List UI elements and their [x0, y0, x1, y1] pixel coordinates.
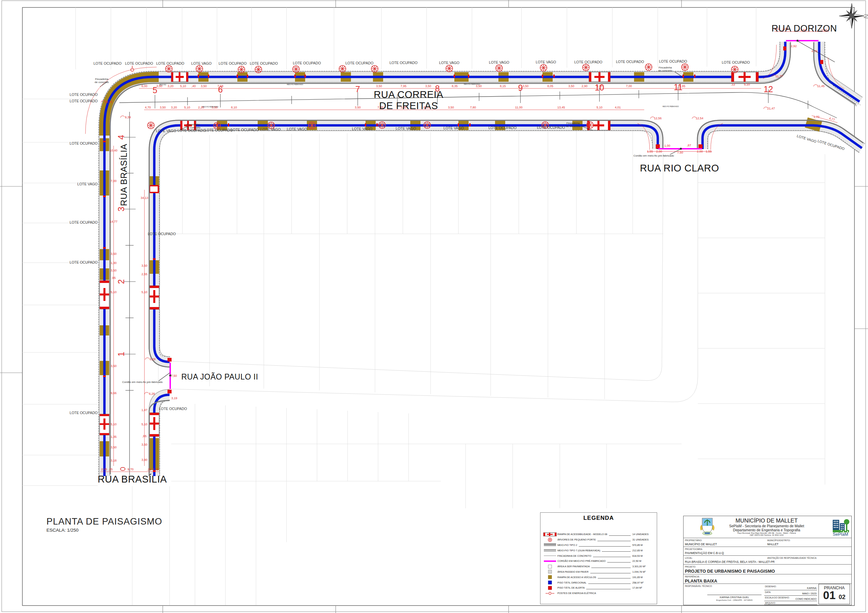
station-number: 9 — [518, 83, 523, 93]
tree-icon — [446, 65, 453, 72]
dimension-label: 3,50 — [568, 84, 574, 88]
legend-item-label: RAMPA DE ACESSO A VEÍCULOS — [557, 576, 596, 579]
dimension-label: 6,00 — [141, 84, 147, 88]
dimension-label: 3,19 — [171, 396, 177, 400]
annotation: de concreto — [186, 126, 200, 129]
radius-label: 12,54 — [696, 116, 704, 120]
dimension-label: 5,10 — [110, 290, 117, 294]
legend-leader-line — [602, 549, 631, 552]
dimension-label: 1,70 — [814, 115, 820, 119]
legend-leader-line — [609, 533, 631, 536]
legend-item-value: 3.301,00 M² — [632, 565, 654, 568]
station-number: 1 — [116, 352, 126, 356]
lot-label: LOTE OCUPADO — [293, 61, 321, 65]
dimension-label: 13,45 — [557, 106, 565, 109]
dimension-label: 3,20 — [171, 106, 177, 109]
lot-label: LOTE OCUPADO — [70, 99, 98, 103]
micro-label: MEIO-FIO REBAIXADO — [464, 84, 480, 85]
dimension-label: ,12 — [731, 83, 735, 86]
lot-label: LOTE VAGO — [77, 182, 98, 186]
dimension-label: 5,10 — [110, 423, 117, 426]
cordao-icon — [542, 560, 557, 562]
micro-label: MEIO-FIO REBAIXADO — [662, 106, 679, 107]
dimension-label: 5,10 — [744, 83, 750, 86]
legend-box: LEGENDA RAMPA DE ACESSIBILIDADE - MODELO… — [540, 512, 657, 604]
street-name: RUA DORIZON — [771, 23, 837, 34]
tree-icon — [540, 64, 547, 71]
lot-label: LOTE OCUPADO — [219, 61, 247, 65]
dimension-label: 2,90 — [581, 84, 587, 88]
field-municipio-label: MUNICÍPIO/DISTRITO: — [767, 539, 790, 542]
tree-icon — [645, 64, 652, 70]
road-centerlines — [119, 93, 837, 475]
lot-label: LOTE VAGO — [489, 60, 509, 64]
lot-label: LOTE OCUPADO — [70, 220, 98, 224]
lot-label: LOTE VAGO — [797, 134, 817, 144]
dimension-label: 1,35 — [110, 435, 117, 438]
dimension-label: 3,20 — [167, 84, 174, 88]
legend-item-label: PISO TÁTIL DIRECIONAL — [557, 581, 587, 584]
lot-label: LOTE OCUPADO — [70, 411, 98, 415]
annotation: Cordão em meio-fio pré-fabricado — [122, 381, 163, 384]
dimension-label: 1,47 — [141, 408, 147, 412]
lot-label: LOTE OCUPADO — [156, 61, 184, 65]
north-label: N — [862, 14, 868, 19]
field-arquivo-label: ARQUIVO: — [765, 602, 776, 604]
radius-arc-glyph — [120, 116, 124, 118]
lot-label: LOTE OCUPADO — [390, 60, 418, 65]
dimension-label: 3,50 — [110, 364, 117, 368]
annotation: Cordão em meio-fio pré-fabricado — [633, 154, 674, 157]
lot-label: LOTE VAGO — [396, 126, 416, 130]
field-projeto-obra-label: PROJETO/OBRA: — [685, 548, 703, 550]
cordao-leader-dots — [169, 40, 798, 376]
dimension-label: 3,50 — [425, 84, 431, 88]
field-desenho-value: KARINA — [765, 587, 817, 590]
legend-item-value: 14 UNIDADES — [632, 533, 654, 536]
responsavel-name: KARINA CRISTINA GUEL — [707, 596, 761, 599]
legend-leader-line — [607, 560, 631, 562]
field-proprietario-label: PROPRIETÁRIO: — [685, 539, 702, 542]
plan-title-block: PLANTA DE PAISAGISMO ESCALA: 1/250 — [46, 516, 163, 533]
radius-label: 18,78 — [105, 100, 113, 104]
legend-item-value: 22,50 M — [632, 559, 654, 562]
responsavel-credential: Engenheira Civil - CREA/PR - 167186/D — [707, 599, 761, 601]
org-addr2: CEP: 84570-000 Telefone: 42 3542 1204 — [718, 534, 816, 536]
north-compass-icon: N — [839, 3, 868, 28]
dimension-label: 2,05 — [101, 467, 107, 471]
dimension-label: ,65 — [143, 434, 147, 438]
dimension-label: 3,18 — [110, 459, 117, 462]
lot-label: LOTE OCUPADO — [159, 407, 187, 411]
legend-item: CORDÃO EM MEIO-FIO PRÉ-FABRICADO22,50 M — [542, 559, 654, 564]
radius-label: 9,39 — [125, 116, 131, 119]
curb-type7-icon — [542, 549, 557, 552]
lot-label: LOTE VAGO — [260, 127, 281, 132]
tree-icon — [339, 65, 346, 72]
legend-item-label: CORDÃO EM MEIO-FIO PRÉ-FABRICADO — [557, 559, 606, 562]
tree-icon — [496, 65, 502, 71]
annotation: de concreto — [566, 125, 580, 128]
field-proprietario-value: MUNICÍPIO DE MALLET — [685, 543, 717, 546]
accessibility-ramp-icon — [542, 533, 557, 536]
street-name: RUA CORREIA — [374, 89, 443, 100]
dimension-label: 1,30 — [110, 261, 117, 265]
dimension-label: 7,80 — [470, 106, 476, 109]
lot-label: LOTE VAGO — [156, 129, 176, 133]
dimension-label: 3,50 — [110, 269, 117, 272]
prancha-total: 02 — [839, 594, 845, 601]
micro-label: MEIO FIO — [160, 84, 166, 86]
municipal-crest-icon — [699, 517, 716, 537]
legend-item-label: ÁREA PASSEIO EM PAVER — [557, 570, 589, 573]
annotation: Fincadinha — [659, 66, 672, 69]
tactile-directional-icon — [542, 580, 557, 585]
legend-item-label: MEIO-FIO TIPO 2 — [557, 543, 577, 546]
dimension-label: 8,15 — [500, 84, 506, 88]
radius-label: 6,29 — [150, 358, 156, 361]
legend-item: ÁRVORES DE PEQUENO PORTE31 UNIDADES — [542, 537, 654, 543]
radius-arc-glyph — [144, 392, 149, 394]
plan-scale: ESCALA: 1/250 — [46, 528, 163, 533]
radius-label: 6,28 — [149, 392, 155, 395]
lot-label: LOTE VAGO — [352, 127, 372, 131]
field-data-value: MAIO / 2023 — [765, 592, 817, 595]
lot-label: LOTE OCUPADO — [616, 60, 644, 64]
dimension-label: ,40 — [192, 84, 196, 88]
